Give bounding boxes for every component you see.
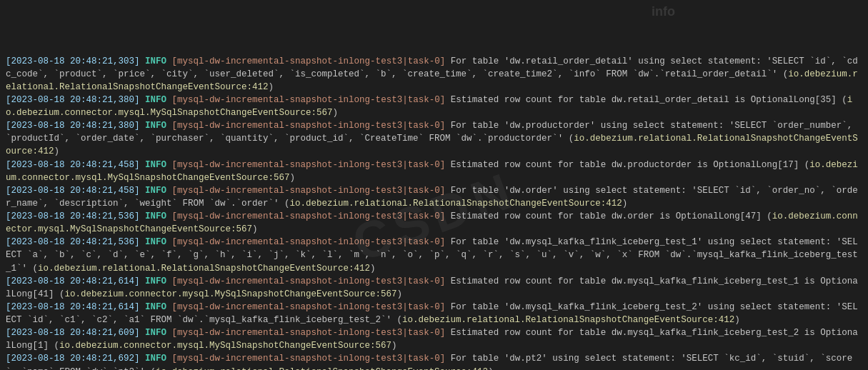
- log-line: [2023-08-18 20:48:21,614] INFO [mysql-dw…: [6, 275, 862, 301]
- log-line: [2023-08-18 20:48:21,609] INFO [mysql-dw…: [6, 326, 862, 352]
- log-line: [2023-08-18 20:48:21,380] INFO [mysql-dw…: [6, 94, 862, 119]
- info-badge: info: [652, 2, 675, 21]
- log-line: [2023-08-18 20:48:21,614] INFO [mysql-dw…: [6, 301, 862, 326]
- log-lines: [2023-08-18 20:48:21,303] INFO [mysql-dw…: [6, 55, 862, 371]
- log-line: [2023-08-18 20:48:21,536] INFO [mysql-dw…: [6, 236, 862, 274]
- log-line: [2023-08-18 20:48:21,458] INFO [mysql-dw…: [6, 184, 862, 210]
- log-line: [2023-08-18 20:48:21,692] INFO [mysql-dw…: [6, 352, 862, 370]
- log-line: [2023-08-18 20:48:21,303] INFO [mysql-dw…: [6, 55, 862, 94]
- log-line: [2023-08-18 20:48:21,536] INFO [mysql-dw…: [6, 210, 862, 236]
- log-line: [2023-08-18 20:48:21,380] INFO [mysql-dw…: [6, 119, 862, 158]
- log-container: info CSDN [2023-08-18 20:48:21,303] INFO…: [0, 0, 868, 370]
- log-line: [2023-08-18 20:48:21,458] INFO [mysql-dw…: [6, 159, 862, 184]
